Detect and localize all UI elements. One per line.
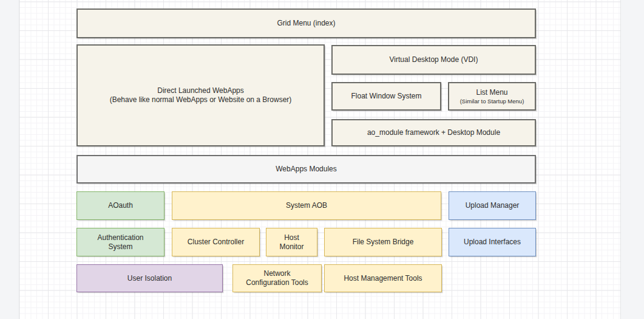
node-system-aob: System AOB: [172, 191, 441, 220]
node-user-isolation: User Isolation: [76, 264, 223, 292]
node-upload-manager: Upload Manager: [449, 191, 536, 220]
node-list-menu-sublabel: (Similar to Startup Menu): [460, 98, 524, 105]
node-host-monitor-label: Host Monitor: [279, 233, 303, 252]
node-direct-launched-webapps-label: Direct Launched WebApps: [157, 86, 244, 95]
node-float-window-system-label: Float Window System: [351, 92, 421, 101]
node-cluster-controller: Cluster Controller: [172, 228, 260, 256]
node-grid-menu: Grid Menu (index): [76, 9, 536, 38]
node-ao-module-framework: ao_module framework + Desktop Module: [331, 119, 536, 146]
diagram-nodes: Grid Menu (index) Direct Launched WebApp…: [0, 0, 644, 319]
node-host-management-tools: Host Management Tools: [324, 264, 442, 292]
node-ao-module-framework-label: ao_module framework + Desktop Module: [367, 128, 500, 137]
node-file-system-bridge-label: File System Bridge: [353, 238, 414, 247]
node-upload-interfaces: Upload Interfaces: [449, 228, 536, 256]
node-upload-manager-label: Upload Manager: [466, 201, 520, 210]
node-host-monitor: Host Monitor: [266, 228, 317, 256]
node-virtual-desktop-mode: Virtual Desktop Mode (VDI): [331, 45, 536, 75]
node-authentication-system-label: Authentication System: [97, 233, 143, 252]
node-list-menu: List Menu (Similar to Startup Menu): [448, 82, 536, 111]
node-authentication-system: Authentication System: [76, 228, 164, 256]
node-webapps-modules-label: WebApps Modules: [276, 165, 337, 174]
node-file-system-bridge: File System Bridge: [324, 228, 442, 256]
node-grid-menu-label: Grid Menu (index): [277, 19, 335, 28]
node-host-management-tools-label: Host Management Tools: [344, 274, 422, 283]
node-webapps-modules: WebApps Modules: [76, 155, 536, 184]
node-float-window-system: Float Window System: [331, 82, 441, 111]
node-list-menu-label: List Menu: [476, 88, 507, 97]
node-aoauth: AOauth: [76, 191, 164, 220]
node-cluster-controller-label: Cluster Controller: [188, 238, 244, 247]
node-user-isolation-label: User Isolation: [127, 274, 172, 283]
node-network-configuration-tools: Network Configuration Tools: [232, 264, 322, 292]
node-virtual-desktop-mode-label: Virtual Desktop Mode (VDI): [390, 55, 478, 64]
node-direct-launched-webapps: Direct Launched WebApps (Behave like nor…: [76, 44, 325, 146]
node-upload-interfaces-label: Upload Interfaces: [464, 238, 521, 247]
node-aoauth-label: AOauth: [108, 201, 133, 210]
node-system-aob-label: System AOB: [286, 201, 327, 210]
node-direct-launched-webapps-sublabel: (Behave like normal WebApps or Website o…: [110, 95, 292, 105]
node-network-configuration-tools-label: Network Configuration Tools: [246, 269, 308, 287]
